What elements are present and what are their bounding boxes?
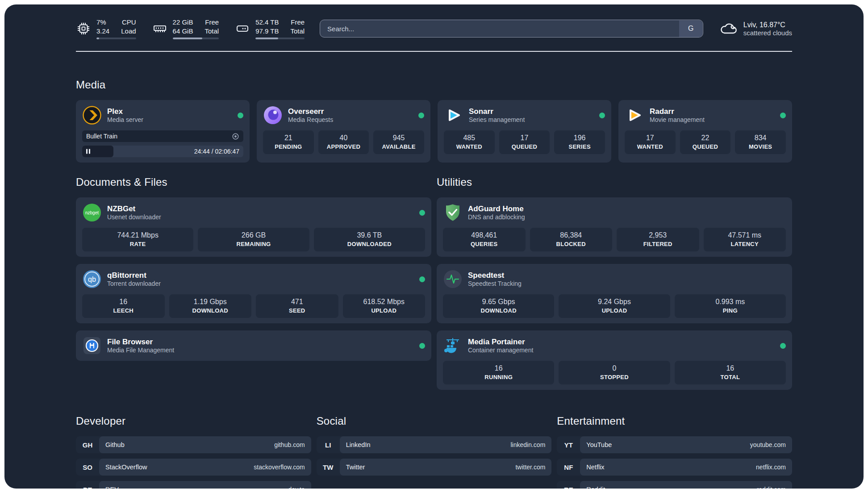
app-card-nzbget[interactable]: nzbget NZBGet Usenet downloader 744.21 M… bbox=[76, 197, 431, 257]
link-row-stackoverflow[interactable]: SO StackOverflow stackoverflow.com bbox=[76, 459, 311, 476]
link-url: stackoverflow.com bbox=[254, 464, 305, 471]
stat-label: STOPPED bbox=[561, 374, 667, 380]
stat-value: 618.52 Mbps bbox=[346, 298, 423, 306]
link-url: netflix.com bbox=[756, 464, 786, 471]
speedtest-icon bbox=[443, 269, 463, 289]
cpu-usage-value: 7% bbox=[96, 18, 109, 27]
developer-column: Developer GH Github github.com SO StackO… bbox=[76, 415, 311, 489]
now-playing-row: Bullet Train bbox=[82, 130, 243, 142]
stat-value: 744.21 Mbps bbox=[85, 231, 191, 239]
stat-tile: 196 SERIES bbox=[554, 130, 605, 154]
stat-tile: 744.21 Mbps RATE bbox=[82, 228, 193, 251]
stat-value: 21 bbox=[266, 134, 311, 142]
stat-value: 196 bbox=[557, 134, 602, 142]
app-card-overseerr[interactable]: Overseerr Media Requests 21 PENDING 40 A… bbox=[257, 100, 430, 163]
app-card-plex[interactable]: Plex Media server Bullet Train 24:44 / 0 bbox=[76, 100, 250, 163]
link-name: Reddit bbox=[586, 486, 605, 489]
status-dot bbox=[780, 343, 786, 349]
app-card-radarr[interactable]: Radarr Movie management 17 WANTED 22 QUE… bbox=[618, 100, 792, 163]
app-name: Overseerr bbox=[288, 107, 333, 116]
adguard-icon bbox=[443, 203, 463, 222]
plex-icon bbox=[82, 105, 102, 125]
app-description: Media File Management bbox=[107, 347, 174, 355]
stat-tile: 17 QUEUED bbox=[499, 130, 550, 154]
app-description: Series management bbox=[469, 116, 525, 124]
section-title-media: Media bbox=[76, 79, 792, 91]
link-abbr: YT bbox=[557, 436, 580, 453]
stat-label: PING bbox=[677, 307, 783, 314]
playback-time: 24:44 / 02:06:47 bbox=[194, 148, 239, 155]
app-card-filebrowser[interactable]: File Browser Media File Management bbox=[76, 330, 431, 361]
search-engine-button[interactable]: G bbox=[679, 21, 702, 37]
status-dot bbox=[599, 113, 605, 118]
qbittorrent-icon: qb bbox=[82, 269, 102, 289]
link-name: Github bbox=[105, 441, 125, 448]
stat-value: 86,384 bbox=[533, 231, 610, 239]
target-icon[interactable] bbox=[232, 133, 239, 140]
stat-value: 17 bbox=[502, 134, 547, 142]
status-dot bbox=[418, 113, 424, 118]
cpu-label: CPU bbox=[121, 18, 136, 27]
stat-tile: 16 LEECH bbox=[82, 294, 165, 318]
app-name: Plex bbox=[107, 107, 143, 116]
weather-widget: Lviv, 16.87°C scattered clouds bbox=[718, 19, 792, 38]
disk-stat-widget: 52.4 TB 97.9 TB Free Total bbox=[235, 18, 305, 39]
stat-tile: 2,953 FILTERED bbox=[617, 228, 699, 251]
link-url: twitter.com bbox=[515, 464, 545, 471]
app-card-adguard[interactable]: AdGuard Home DNS and adblocking 498,461 … bbox=[437, 197, 792, 257]
link-row-reddit[interactable]: RE Reddit reddit.com bbox=[557, 481, 792, 489]
app-card-qbittorrent[interactable]: qb qBittorrent Torrent downloader 16 bbox=[76, 264, 431, 323]
documents-column: Documents & Files nzbget NZBGet Usenet d… bbox=[76, 176, 431, 361]
stat-tile: 471 SEED bbox=[256, 294, 338, 318]
stat-label: DOWNLOAD bbox=[446, 307, 551, 314]
app-card-sonarr[interactable]: Sonarr Series management 485 WANTED 17 Q… bbox=[438, 100, 611, 163]
stat-tile: 21 PENDING bbox=[263, 130, 314, 154]
link-row-dev[interactable]: DT DEV dev.to bbox=[76, 481, 311, 489]
stat-tile: 39.6 TB DOWNLOADED bbox=[314, 228, 425, 251]
weather-location-temp: Lviv, 16.87°C bbox=[743, 21, 792, 29]
stat-tile: 485 WANTED bbox=[444, 130, 495, 154]
stat-tile: 86,384 BLOCKED bbox=[530, 228, 613, 251]
link-row-github[interactable]: GH Github github.com bbox=[76, 436, 311, 453]
link-name: Netflix bbox=[586, 464, 604, 471]
stat-value: 0 bbox=[561, 364, 667, 372]
stat-label: WANTED bbox=[447, 143, 492, 150]
section-title-utilities: Utilities bbox=[437, 176, 792, 188]
cpu-progress-bar bbox=[96, 38, 136, 39]
stat-label: DOWNLOADED bbox=[317, 241, 422, 247]
stat-label: SERIES bbox=[557, 143, 602, 150]
memory-free-value: 22 GiB bbox=[173, 18, 193, 27]
link-abbr: SO bbox=[76, 459, 99, 476]
stat-value: 17 bbox=[627, 134, 673, 142]
disk-total-label: Total bbox=[290, 27, 305, 36]
link-url: github.com bbox=[274, 441, 305, 448]
search-input[interactable] bbox=[320, 20, 703, 38]
app-description: Speedtest Tracking bbox=[468, 280, 522, 288]
link-row-youtube[interactable]: YT YouTube youtube.com bbox=[557, 436, 792, 453]
stat-label: UPLOAD bbox=[346, 307, 423, 314]
stat-value: 1.19 Gbps bbox=[172, 298, 249, 306]
link-abbr: TW bbox=[317, 459, 340, 476]
link-url: linkedin.com bbox=[511, 441, 546, 448]
stat-label: AVAILABLE bbox=[376, 143, 421, 150]
app-description: Torrent downloader bbox=[107, 280, 161, 288]
disk-icon bbox=[235, 21, 250, 36]
stat-value: 22 bbox=[683, 134, 728, 142]
app-card-speedtest[interactable]: Speedtest Speedtest Tracking 9.65 Gbps D… bbox=[437, 264, 792, 323]
stat-value: 2,953 bbox=[619, 231, 697, 239]
link-name: StackOverflow bbox=[105, 464, 147, 471]
link-url: youtube.com bbox=[750, 441, 786, 448]
stat-tile: 16 TOTAL bbox=[675, 361, 786, 384]
pause-button[interactable] bbox=[86, 149, 90, 154]
stat-tile: 16 RUNNING bbox=[443, 361, 554, 384]
nzbget-icon: nzbget bbox=[82, 203, 102, 222]
link-name: DEV bbox=[105, 486, 119, 489]
stat-tile: 834 MOVIES bbox=[735, 130, 786, 154]
link-row-linkedin[interactable]: LI LinkedIn linkedin.com bbox=[317, 436, 552, 453]
app-card-portainer[interactable]: Media Portainer Container management 16 … bbox=[437, 330, 792, 390]
stat-value: 39.6 TB bbox=[317, 231, 422, 239]
link-abbr: GH bbox=[76, 436, 99, 453]
app-name: qBittorrent bbox=[107, 271, 161, 280]
link-row-twitter[interactable]: TW Twitter twitter.com bbox=[317, 459, 552, 476]
link-row-netflix[interactable]: NF Netflix netflix.com bbox=[557, 459, 792, 476]
